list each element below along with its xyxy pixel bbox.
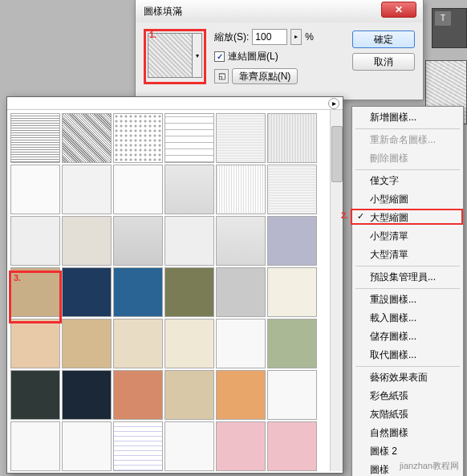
flyout-menu: 新增圖樣... 重新命名圖樣... 刪除圖樣 僅文字 小型縮圖 ✓大型縮圖 小型… bbox=[351, 106, 464, 476]
scale-input[interactable]: 100 bbox=[252, 29, 287, 45]
dialog-title: 圖樣填滿 bbox=[144, 5, 182, 18]
pattern-thumb[interactable] bbox=[164, 165, 214, 214]
scale-label: 縮放(S): bbox=[214, 31, 249, 44]
pattern-thumb[interactable] bbox=[216, 165, 266, 214]
pattern-thumb[interactable] bbox=[113, 370, 163, 420]
pattern-thumb[interactable] bbox=[267, 216, 317, 266]
text-tool-button[interactable]: T bbox=[435, 11, 451, 26]
menu-small-list[interactable]: 小型清單 bbox=[352, 227, 463, 246]
menu-preset-manager[interactable]: 預設集管理員... bbox=[352, 268, 463, 287]
menu-load-patterns[interactable]: 載入圖樣... bbox=[352, 309, 463, 328]
menu-large-list[interactable]: 大型清單 bbox=[352, 246, 463, 264]
pattern-thumb[interactable] bbox=[62, 421, 112, 471]
scale-unit: % bbox=[305, 31, 314, 43]
pattern-thumb[interactable] bbox=[216, 319, 266, 368]
options-panel: T bbox=[432, 8, 467, 48]
pattern-picker-panel: ▸ bbox=[6, 96, 343, 474]
annotation-2: 2. bbox=[341, 210, 348, 220]
pattern-thumb[interactable] bbox=[164, 370, 214, 420]
pattern-thumb[interactable] bbox=[10, 113, 60, 163]
pattern-thumb[interactable] bbox=[216, 216, 266, 266]
ok-button[interactable]: 確定 bbox=[352, 31, 415, 48]
pattern-thumb[interactable] bbox=[267, 113, 317, 163]
link-layers-checkbox[interactable]: ✓ bbox=[214, 51, 225, 62]
menu-patterns-2[interactable]: 圖樣 2 bbox=[352, 442, 463, 461]
current-pattern-swatch[interactable] bbox=[148, 33, 193, 78]
menu-grayscale-paper[interactable]: 灰階紙張 bbox=[352, 405, 463, 424]
pattern-thumb[interactable] bbox=[10, 421, 60, 471]
pattern-thumb[interactable] bbox=[113, 267, 163, 317]
close-button[interactable]: ✕ bbox=[381, 2, 416, 18]
pattern-thumb[interactable] bbox=[10, 216, 60, 266]
dialog-titlebar[interactable]: 圖樣填滿 ✕ bbox=[136, 0, 423, 22]
watermark: jianzhan教程网 bbox=[400, 460, 459, 472]
pattern-thumb[interactable] bbox=[164, 113, 214, 163]
pattern-thumb[interactable] bbox=[62, 319, 112, 368]
pattern-thumb[interactable] bbox=[113, 319, 163, 368]
menu-separator bbox=[355, 366, 460, 367]
annotation-3-box: 3. bbox=[9, 271, 62, 323]
picker-scrollbar[interactable] bbox=[330, 110, 343, 471]
pattern-thumb[interactable] bbox=[164, 216, 214, 266]
pattern-thumb[interactable] bbox=[113, 216, 163, 266]
snap-icon[interactable]: ◱ bbox=[214, 69, 229, 83]
pattern-thumb[interactable] bbox=[164, 267, 214, 317]
menu-delete-pattern: 刪除圖樣 bbox=[352, 149, 463, 168]
menu-separator bbox=[355, 128, 460, 129]
pattern-thumb[interactable] bbox=[62, 165, 112, 214]
pattern-thumb[interactable] bbox=[164, 421, 214, 471]
pattern-thumb[interactable] bbox=[113, 113, 163, 163]
pattern-thumb[interactable] bbox=[10, 370, 60, 420]
snap-origin-button[interactable]: 靠齊原點(N) bbox=[232, 68, 298, 84]
pattern-thumb[interactable] bbox=[10, 165, 60, 214]
pattern-thumb[interactable] bbox=[62, 267, 112, 317]
menu-rename-pattern: 重新命名圖樣... bbox=[352, 131, 463, 149]
pattern-thumb[interactable] bbox=[113, 421, 163, 471]
menu-separator bbox=[355, 288, 460, 289]
menu-artist-surfaces[interactable]: 藝術效果表面 bbox=[352, 368, 463, 387]
menu-small-thumb[interactable]: 小型縮圖 bbox=[352, 190, 463, 209]
menu-separator bbox=[355, 169, 460, 170]
pattern-thumb[interactable] bbox=[216, 421, 266, 471]
menu-nature-patterns[interactable]: 自然圖樣 bbox=[352, 424, 463, 442]
pattern-thumb[interactable] bbox=[216, 370, 266, 420]
pattern-thumb[interactable] bbox=[62, 113, 112, 163]
pattern-dropdown-arrow[interactable]: ▾ bbox=[193, 33, 202, 78]
pattern-thumb[interactable] bbox=[62, 216, 112, 266]
pattern-thumb[interactable] bbox=[267, 319, 317, 368]
pattern-thumb[interactable] bbox=[62, 370, 112, 420]
cancel-button[interactable]: 取消 bbox=[352, 53, 415, 71]
menu-separator bbox=[355, 266, 460, 266]
pattern-thumb[interactable] bbox=[216, 113, 266, 163]
menu-color-paper[interactable]: 彩色紙張 bbox=[352, 387, 463, 405]
pattern-swatch-highlight: 1. ▾ bbox=[144, 29, 206, 84]
pattern-thumb[interactable] bbox=[267, 421, 317, 471]
annotation-2-box bbox=[351, 209, 463, 225]
link-layers-label: 連結圖層(L) bbox=[228, 50, 278, 63]
menu-reset-patterns[interactable]: 重設圖樣... bbox=[352, 291, 463, 309]
pattern-thumb[interactable] bbox=[113, 165, 163, 214]
menu-new-pattern[interactable]: 新增圖樣... bbox=[352, 108, 463, 127]
pattern-thumb[interactable] bbox=[164, 319, 214, 368]
pattern-thumb[interactable] bbox=[267, 267, 317, 317]
pattern-thumb[interactable] bbox=[216, 267, 266, 317]
menu-save-patterns[interactable]: 儲存圖樣... bbox=[352, 328, 463, 346]
pattern-thumb[interactable] bbox=[10, 319, 60, 368]
flyout-menu-button[interactable]: ▸ bbox=[328, 98, 339, 109]
scale-spinner[interactable]: ▸ bbox=[290, 29, 302, 45]
menu-text-only[interactable]: 僅文字 bbox=[352, 172, 463, 190]
scrollbar-thumb[interactable] bbox=[331, 126, 343, 182]
pattern-fill-dialog: 圖樣填滿 ✕ 1. ▾ 縮放(S): 100 ▸ % ✓ 連結圖層(L) ◱ 靠… bbox=[135, 0, 424, 100]
annotation-1: 1. bbox=[149, 30, 156, 39]
pattern-thumb[interactable] bbox=[267, 370, 317, 420]
annotation-3: 3. bbox=[14, 273, 21, 283]
pattern-grid: 3. bbox=[7, 110, 343, 471]
pattern-thumb[interactable] bbox=[267, 165, 317, 214]
menu-replace-patterns[interactable]: 取代圖樣... bbox=[352, 346, 463, 364]
